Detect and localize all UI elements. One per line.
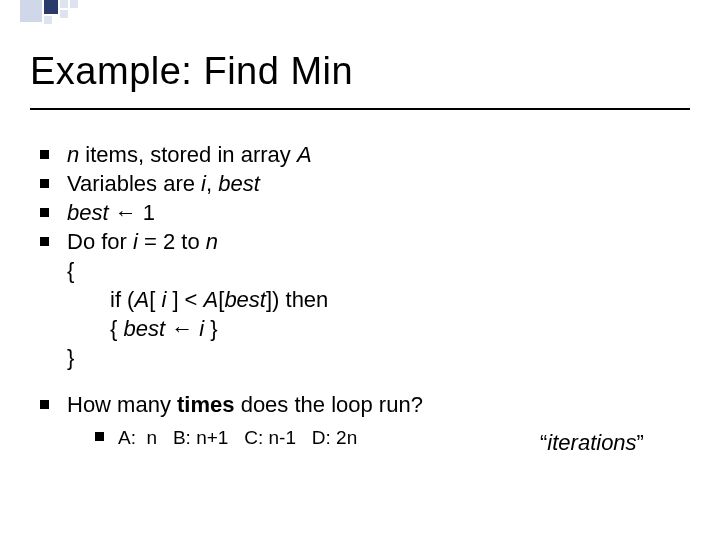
bullet-text: n items, stored in array A (67, 140, 680, 169)
text: does the loop run? (235, 392, 423, 417)
code-brace-open: { (67, 256, 680, 285)
code-line: { best ← i } (110, 314, 680, 343)
bullet-icon (40, 400, 49, 409)
assign-arrow: ← 1 (109, 200, 155, 225)
text: = 2 to (138, 229, 206, 254)
text: , (206, 171, 218, 196)
text: [ (149, 287, 161, 312)
slide-body: n items, stored in array A Variables are… (40, 140, 680, 450)
bullet-text: Do for i = 2 to n (67, 227, 680, 256)
sub-bullet: A: n B: n+1 C: n-1 D: 2n (95, 425, 423, 450)
var-n: n (206, 229, 218, 254)
text: items, stored in array (79, 142, 297, 167)
iterations-label: iterations (540, 430, 644, 456)
slide-title: Example: Find Min (30, 50, 690, 93)
text: Variables are (67, 171, 201, 196)
text: if ( (110, 287, 134, 312)
var-best: best (224, 287, 266, 312)
var-A: A (204, 287, 219, 312)
bullet-item: best ← 1 (40, 198, 680, 227)
text: ]) then (266, 287, 328, 312)
bullet-icon (40, 179, 49, 188)
bullet-text: How many times does the loop run? A: n B… (67, 390, 423, 450)
title-underline (30, 108, 690, 110)
code-line: if (A[ i ] < A[best]) then (110, 285, 680, 314)
text: ] < (166, 287, 203, 312)
bullet-item: Variables are i, best (40, 169, 680, 198)
answer-options: A: n B: n+1 C: n-1 D: 2n (118, 425, 357, 450)
text: How many (67, 392, 177, 417)
text: { (110, 316, 123, 341)
bullet-text: best ← 1 (67, 198, 680, 227)
hollow-bullet-icon (95, 432, 104, 441)
var-A: A (297, 142, 312, 167)
text: Do for (67, 229, 133, 254)
assign-arrow: ← (165, 316, 199, 341)
var-best: best (123, 316, 165, 341)
bullet-item: n items, stored in array A (40, 140, 680, 169)
text: } (204, 316, 217, 341)
bullet-text: Variables are i, best (67, 169, 680, 198)
bullet-icon (40, 237, 49, 246)
bullet-icon (40, 208, 49, 217)
bullet-item: Do for i = 2 to n (40, 227, 680, 256)
corner-decoration (20, 0, 78, 24)
bullet-icon (40, 150, 49, 159)
text-bold: times (177, 392, 234, 417)
var-A: A (134, 287, 149, 312)
var-best: best (67, 200, 109, 225)
var-best: best (218, 171, 260, 196)
var-n: n (67, 142, 79, 167)
code-brace-close: } (67, 343, 680, 372)
